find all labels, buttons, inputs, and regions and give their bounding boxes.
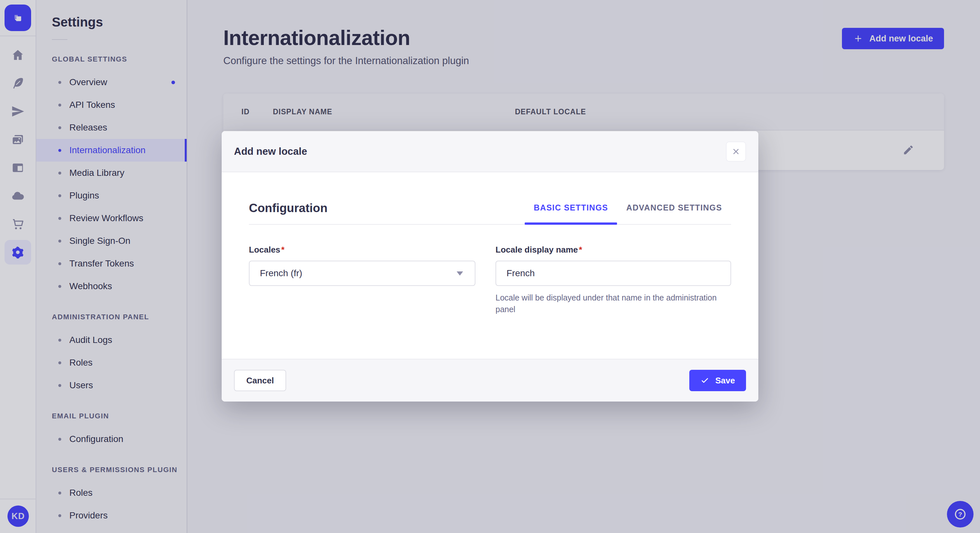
display-name-label: Locale display name* (495, 245, 731, 255)
check-icon (700, 376, 710, 385)
locales-label: Locales* (249, 245, 476, 255)
tab-basic-settings[interactable]: Basic settings (525, 203, 617, 224)
modal-body: Configuration Basic settings Advanced se… (222, 172, 758, 359)
save-button-label: Save (715, 376, 735, 385)
display-name-help-text: Locale will be displayed under that name… (495, 292, 725, 316)
required-asterisk: * (281, 245, 285, 254)
settings-tabs: Basic settings Advanced settings (525, 203, 731, 224)
locales-select-value: French (fr) (260, 268, 302, 279)
chevron-down-icon (455, 270, 465, 277)
modal-footer: Cancel Save (222, 359, 758, 401)
cancel-button[interactable]: Cancel (234, 370, 286, 391)
locales-select[interactable]: French (fr) (249, 261, 476, 286)
required-asterisk: * (579, 245, 582, 254)
display-name-input[interactable] (495, 261, 731, 286)
modal-header: Add new locale (222, 131, 758, 172)
close-icon (731, 147, 741, 156)
tab-advanced-settings[interactable]: Advanced settings (617, 203, 731, 224)
configuration-title: Configuration (249, 201, 328, 224)
modal-fields-row: Locales* French (fr) Locale display name… (249, 245, 731, 316)
locales-label-text: Locales (249, 245, 280, 254)
display-name-field: Locale display name* Locale will be disp… (495, 245, 731, 316)
modal-close-button[interactable] (726, 141, 746, 162)
configuration-header-row: Configuration Basic settings Advanced se… (249, 201, 731, 225)
modal-title: Add new locale (234, 146, 307, 157)
locales-field: Locales* French (fr) (249, 245, 476, 316)
save-button[interactable]: Save (689, 370, 746, 391)
add-locale-modal: Add new locale Configuration Basic setti… (222, 131, 758, 401)
display-name-label-text: Locale display name (495, 245, 578, 254)
